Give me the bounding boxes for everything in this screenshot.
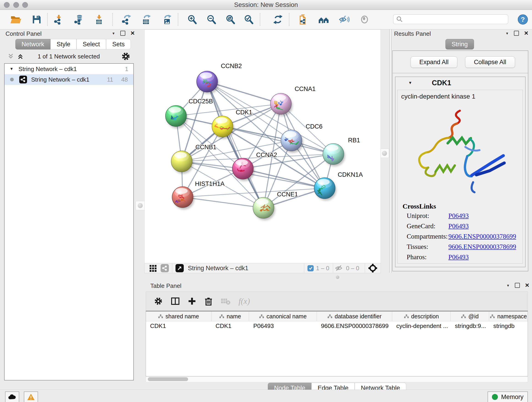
import-network-from-database-button[interactable] bbox=[73, 13, 85, 26]
cell-name[interactable]: CDK1 bbox=[211, 321, 249, 331]
string-document-icon bbox=[298, 14, 309, 25]
entry-expander-icon[interactable]: ▼ bbox=[408, 81, 412, 85]
network-node-CCNE1[interactable]: CCNE1 bbox=[253, 191, 298, 220]
results-buttons-row: Expand All Collapse All bbox=[393, 51, 528, 73]
open-session-button[interactable] bbox=[10, 13, 22, 26]
float-window-icon[interactable] bbox=[515, 283, 520, 288]
save-session-button[interactable] bbox=[30, 13, 43, 26]
tab-string[interactable]: String bbox=[445, 39, 474, 50]
show-all-button[interactable] bbox=[358, 13, 371, 26]
home-button[interactable] bbox=[317, 13, 330, 26]
search-icon bbox=[396, 16, 403, 23]
network-node-CDKN1A[interactable]: CDKN1A bbox=[314, 171, 363, 201]
birdseye-view-icon[interactable] bbox=[176, 264, 184, 272]
left-splitter-handle[interactable] bbox=[136, 201, 145, 210]
float-window-icon[interactable] bbox=[120, 31, 125, 36]
column-header[interactable]: shared name bbox=[165, 313, 199, 320]
search-field bbox=[393, 14, 508, 24]
zoom-selected-button[interactable] bbox=[242, 13, 255, 26]
collapse-all-button[interactable]: Collapse All bbox=[465, 56, 515, 68]
delete-column-trash-icon[interactable] bbox=[204, 297, 213, 306]
tab-sets[interactable]: Sets bbox=[106, 39, 131, 50]
netbar-separator bbox=[172, 264, 172, 273]
network-view-mode-icon[interactable] bbox=[161, 264, 169, 272]
tab-network[interactable]: Network bbox=[15, 39, 51, 50]
network-row-selected[interactable]: String Network – cdk1 11 48 bbox=[5, 74, 133, 85]
memory-label: Memory bbox=[501, 394, 524, 401]
memory-button[interactable]: Memory bbox=[488, 391, 528, 402]
right-splitter-handle[interactable] bbox=[380, 149, 389, 158]
column-header[interactable]: namespace bbox=[497, 313, 527, 320]
float-menu-icon[interactable]: ▼ bbox=[506, 283, 510, 287]
crosslink-genecard[interactable]: P06493 bbox=[448, 222, 469, 230]
table-horizontal-scrollbar[interactable] bbox=[146, 376, 528, 382]
network-view-title: String Network – cdk1 bbox=[188, 265, 248, 272]
refresh-button[interactable] bbox=[272, 13, 284, 26]
help-button[interactable]: ? bbox=[516, 13, 529, 26]
collection-label: String Network – cdk1 bbox=[19, 65, 77, 73]
network-node-CDC25B[interactable]: CDC25B bbox=[165, 98, 213, 128]
export-table-button[interactable] bbox=[140, 13, 152, 26]
column-header[interactable]: canonical name bbox=[266, 313, 307, 320]
crosslink-tissues[interactable]: 9606.ENSP00000378699 bbox=[448, 243, 516, 250]
cell-canonical-name[interactable]: P06493 bbox=[249, 321, 317, 331]
import-network-button[interactable] bbox=[52, 13, 65, 26]
network-edge-HIST1H1A-CCNE1[interactable] bbox=[183, 197, 264, 208]
tab-style[interactable]: Style bbox=[51, 39, 76, 50]
crosslink-pharos[interactable]: P06493 bbox=[448, 253, 469, 261]
zoom-out-button[interactable] bbox=[205, 13, 218, 26]
crosshair-icon[interactable] bbox=[368, 264, 377, 273]
tree-expander-icon[interactable]: ▼ bbox=[10, 67, 13, 71]
delete-table-icon bbox=[221, 297, 231, 306]
network-view-canvas[interactable]: CCNB2CCNA1CDC25BCDK1CDC6RB1CCNB1CCNA2CDK… bbox=[144, 29, 381, 264]
float-window-icon[interactable] bbox=[514, 31, 519, 36]
column-header[interactable]: database identifier bbox=[335, 313, 381, 320]
search-input[interactable] bbox=[405, 15, 508, 23]
float-menu-icon[interactable]: ▼ bbox=[505, 32, 509, 35]
crosslink-compartments[interactable]: 9606.ENSP00000378699 bbox=[448, 233, 516, 240]
export-image-button[interactable] bbox=[161, 13, 174, 26]
column-header[interactable]: name bbox=[227, 313, 241, 320]
gear-icon[interactable] bbox=[121, 51, 131, 61]
network-edge-CCNA2-CDKN1A[interactable] bbox=[243, 169, 325, 188]
cell-database-identifier[interactable]: 9606.ENSP00000378699 bbox=[317, 321, 392, 331]
add-column-icon[interactable] bbox=[188, 297, 196, 306]
grid-view-icon[interactable] bbox=[149, 264, 157, 272]
selected-checkbox[interactable] bbox=[307, 265, 314, 271]
svg-text:?: ? bbox=[521, 16, 525, 23]
cloud-button[interactable] bbox=[5, 391, 19, 402]
import-network-icon bbox=[54, 14, 64, 25]
network-node-RB1[interactable]: RB1 bbox=[323, 137, 360, 166]
expand-all-button[interactable]: Expand All bbox=[411, 56, 457, 68]
cell-description[interactable]: cyclin-dependent ... bbox=[392, 321, 451, 331]
horizontal-splitter-handle[interactable] bbox=[336, 275, 339, 279]
cell-namespace[interactable]: stringdb bbox=[489, 321, 528, 331]
export-network-button[interactable] bbox=[120, 13, 133, 26]
crosslink-uniprot[interactable]: P06493 bbox=[448, 212, 469, 220]
scrollbar-thumb[interactable] bbox=[148, 377, 188, 381]
close-panel-icon[interactable]: ✕ bbox=[525, 283, 530, 287]
table-settings-gear-icon[interactable] bbox=[154, 297, 163, 306]
tab-select[interactable]: Select bbox=[76, 39, 106, 50]
network-node-CCNB2[interactable]: CCNB2 bbox=[196, 63, 242, 94]
cell-shared-name[interactable]: CDK1 bbox=[146, 321, 211, 331]
network-node-CCNA1[interactable]: CCNA1 bbox=[270, 85, 316, 116]
column-header[interactable]: description bbox=[411, 313, 439, 320]
warnings-button[interactable] bbox=[24, 391, 38, 402]
network-node-label: CCNA2 bbox=[256, 152, 277, 158]
zoom-fit-button[interactable] bbox=[224, 13, 237, 26]
node-entry-header[interactable]: ▼ CDK1 bbox=[395, 77, 525, 89]
zoom-in-button[interactable] bbox=[186, 13, 198, 26]
table-row[interactable]: CDK1 CDK1 P06493 9606.ENSP00000378699 cy… bbox=[146, 321, 528, 331]
zoom-out-icon bbox=[206, 14, 216, 25]
float-menu-icon[interactable]: ▼ bbox=[112, 32, 115, 35]
close-panel-icon[interactable]: ✕ bbox=[524, 31, 529, 35]
network-collection-row[interactable]: ▼ String Network – cdk1 1 bbox=[5, 64, 133, 74]
hide-selected-button[interactable] bbox=[338, 13, 351, 26]
column-header[interactable]: @id bbox=[468, 313, 479, 320]
cell-id[interactable]: stringdb:9... bbox=[451, 321, 489, 331]
show-columns-icon[interactable] bbox=[171, 297, 180, 306]
string-document-button[interactable] bbox=[297, 13, 310, 26]
close-panel-icon[interactable]: ✕ bbox=[130, 31, 135, 35]
import-table-button[interactable] bbox=[93, 13, 105, 26]
